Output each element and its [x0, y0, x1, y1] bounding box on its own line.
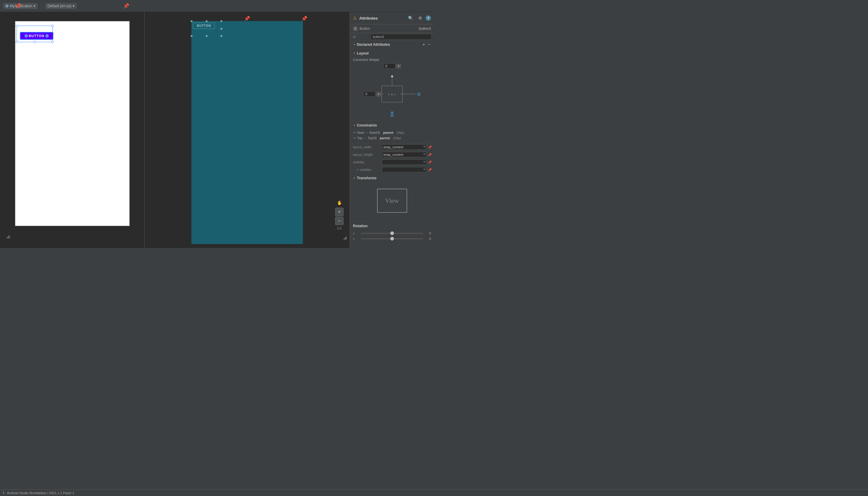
- resize-icon: ◢: [6, 233, 10, 239]
- dev-handle-br[interactable]: [220, 35, 222, 37]
- widget-type-label: Button: [359, 27, 417, 31]
- cw-inner: « ∧ »: [382, 86, 402, 102]
- layout-width-select-wrap: wrap_content: [382, 144, 426, 150]
- visibility2-select[interactable]: [382, 167, 426, 172]
- rotation-y-row: y 0: [353, 236, 431, 242]
- search-icon-btn[interactable]: 🔍: [406, 14, 415, 22]
- start-constraint-item: ↪ Start → StartOf parent (0dp): [353, 130, 431, 135]
- layout-width-row: layout_width wrap_content 📌: [350, 143, 434, 151]
- top-num-row: ▾: [353, 63, 431, 69]
- visibility-select-wrap: [382, 159, 426, 165]
- device-widget-handles: BUTTON: [191, 21, 221, 36]
- visibility-select[interactable]: [382, 159, 426, 165]
- handle-tr[interactable]: [51, 25, 53, 27]
- declared-attributes-header-left: ▼ Declared Attributes: [353, 43, 390, 47]
- help-icon-btn[interactable]: ?: [425, 15, 431, 21]
- pin-right-icon: 📌: [123, 3, 129, 9]
- widget-type-icon: B: [353, 26, 358, 31]
- add-attribute-button[interactable]: +: [422, 42, 425, 47]
- attr-panel-title: Attributes: [359, 16, 378, 20]
- main-layout: 📌 📌 BUTTON ◢ 📌 📌: [0, 12, 434, 248]
- settings-icon-btn[interactable]: ⚙: [416, 14, 424, 22]
- start-constraint-icon: ↪: [353, 130, 356, 135]
- visibility2-label: ✏ visibility: [353, 168, 380, 171]
- dev-handle-tc[interactable]: [205, 20, 208, 22]
- layout-height-select[interactable]: wrap_content: [382, 152, 426, 157]
- device-button-widget[interactable]: BUTTON: [193, 22, 215, 29]
- blueprint-button-widget[interactable]: BUTTON: [20, 32, 53, 40]
- device-frame[interactable]: BUTTON: [191, 21, 303, 244]
- declared-expand-icon: ▼: [353, 43, 356, 46]
- left-margin-input[interactable]: [363, 91, 375, 97]
- separator: [41, 3, 42, 9]
- dev-handle-bc[interactable]: [205, 35, 208, 37]
- id-row: id button3: [350, 33, 434, 41]
- cw-left-num: ▾: [363, 91, 381, 97]
- layout-height-pin: 📌: [428, 153, 431, 156]
- dev-handle-rc[interactable]: [220, 28, 222, 30]
- top-constraint-item: ↪ Top → TopOf parent (0dp): [353, 135, 431, 141]
- cw-top-dot: [391, 75, 393, 77]
- zoom-out-button[interactable]: −: [335, 217, 344, 225]
- layout-section-header[interactable]: ▼ Layout: [353, 51, 431, 56]
- layout-section: ▼ Layout Constraint Widget ▾: [350, 49, 434, 121]
- dev-handle-tl[interactable]: [190, 20, 192, 22]
- pin-top-right-device: 📌: [301, 16, 307, 21]
- id-label: id: [353, 35, 371, 38]
- top-constraint-text: Top → TopOf: [357, 136, 376, 140]
- zoom-controls: ✋ + − 1:1: [335, 199, 344, 230]
- rotation-x-row: x 0: [353, 231, 431, 236]
- cw-up-arrow-icon: ∧: [391, 92, 393, 96]
- blueprint-canvas[interactable]: BUTTON: [15, 21, 129, 226]
- top-constraint-icon: ↪: [353, 136, 356, 140]
- rotation-y-slider[interactable]: [361, 238, 423, 239]
- visibility2-pin: 📌: [428, 168, 431, 171]
- visibility2-label-text: visibility: [360, 168, 371, 171]
- rotation-x-slider[interactable]: [361, 233, 423, 234]
- device-button-label: BUTTON: [197, 24, 211, 27]
- blueprint-button-label: BUTTON: [29, 34, 45, 38]
- selection-handles: BUTTON: [17, 26, 53, 42]
- layout-width-label: layout_width: [353, 145, 380, 149]
- transforms-section: ▼ Transforms View: [350, 174, 434, 221]
- remove-attribute-button[interactable]: −: [427, 42, 431, 47]
- id-value[interactable]: button3: [371, 34, 431, 39]
- handle-bl[interactable]: [16, 41, 18, 43]
- top-bar: MyApplication ▾ Default (en-us) ▾: [0, 0, 434, 12]
- app-chevron: ▾: [33, 4, 35, 8]
- top-margin-selector: ▾: [383, 63, 401, 69]
- top-constraint-target: parent: [380, 136, 390, 140]
- dev-handle-tr[interactable]: [220, 20, 222, 22]
- layout-width-select[interactable]: wrap_content: [382, 144, 426, 150]
- transforms-view-label: View: [385, 197, 399, 205]
- constraint-widget-visual: « ∧ » ▾ ⊕ ⊕: [363, 70, 421, 118]
- pan-tool-button[interactable]: ✋: [335, 199, 344, 207]
- zoom-in-button[interactable]: +: [335, 207, 344, 216]
- handle-br[interactable]: [51, 41, 53, 43]
- rotation-section: Rotation x 0 y 0: [350, 221, 434, 244]
- widget-name-bar: B Button button3: [350, 25, 434, 33]
- top-constraint-value: (0dp): [393, 136, 401, 140]
- declared-attributes-header[interactable]: ▼ Declared Attributes + −: [350, 41, 434, 49]
- config-selector[interactable]: Default (en-us) ▾: [45, 3, 77, 9]
- left-margin-dropdown[interactable]: ▾: [376, 92, 381, 96]
- visibility-pin: 📌: [428, 160, 431, 164]
- cw-center-box: « ∧ »: [382, 86, 403, 103]
- top-margin-input[interactable]: [383, 63, 396, 69]
- start-constraint-value: (0dp): [397, 131, 404, 135]
- constraints-section-header[interactable]: ▼ Constraints: [353, 123, 431, 127]
- rotation-section-header: Rotation: [353, 224, 431, 228]
- cw-plus-right-button[interactable]: ⊕: [417, 91, 421, 97]
- declared-attributes-actions: + −: [422, 42, 431, 47]
- layout-width-pin: 📌: [428, 145, 431, 149]
- handle-tl[interactable]: [16, 25, 18, 27]
- handle-bc[interactable]: [33, 41, 36, 43]
- blueprint-panel: 📌 📌 BUTTON ◢: [0, 12, 145, 248]
- top-margin-dropdown[interactable]: ▾: [396, 64, 401, 68]
- attr-top-bar-icons: 🔍 ⚙ ?: [406, 14, 431, 22]
- transforms-section-header[interactable]: ▼ Transforms: [353, 176, 431, 180]
- dev-handle-bl[interactable]: [190, 35, 192, 37]
- zoom-ratio: 1:1: [335, 226, 344, 230]
- cw-bottom-plus[interactable]: ⊕: [390, 112, 394, 118]
- attributes-panel: ⚠ Attributes 🔍 ⚙ ? B Button button3 id b…: [350, 12, 434, 248]
